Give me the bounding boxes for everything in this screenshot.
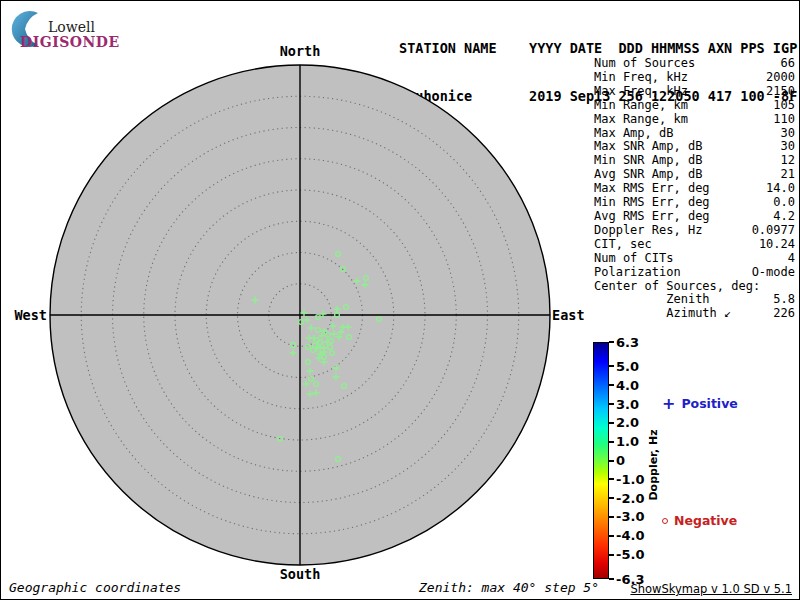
compass-label-south: South [250, 566, 350, 582]
stat-label: Min SNR Amp, dB [594, 154, 702, 168]
stat-label: Num of Sources [594, 57, 695, 71]
stat-row: Avg SNR Amp, dB21 [594, 168, 795, 182]
colorbar-tick-label: -4.0 [616, 529, 644, 542]
coordinates-caption: Geographic coordinates [9, 580, 181, 595]
colorbar-tick-label: 0 [616, 454, 625, 467]
stat-value: 0.0977 [752, 224, 795, 238]
stat-label: Max SNR Amp, dB [594, 140, 702, 154]
colorbar-tick-mark [609, 365, 614, 367]
stat-value: 2000 [766, 71, 795, 85]
stat-label: Max Freq, kHz [594, 85, 688, 99]
stat-row: Max RMS Err, deg14.0 [594, 182, 795, 196]
stat-label: Max Amp, dB [594, 127, 673, 141]
stats-panel: Num of Sources66Min Freq, kHz2000Max Fre… [594, 57, 795, 321]
colorbar-tick-mark [609, 441, 614, 443]
compass-label-west: West [5, 307, 47, 323]
stat-value: O-mode [752, 266, 795, 280]
stat-value: 10.24 [759, 238, 795, 252]
station-header-labels: STATION NAME YYYY DATE DDD HHMMSS AXN PP… [399, 40, 797, 56]
software-version-caption: ShowSkymap v 1.0 SD v 5.1 [630, 582, 792, 596]
stat-row: Max Amp, dB30 [594, 127, 795, 141]
colorbar-tick-label: 2.0 [616, 416, 639, 429]
stat-row: Zenith5.8 [594, 293, 795, 307]
stat-value: 4.2 [773, 210, 795, 224]
colorbar-tick-mark [609, 422, 614, 424]
stat-row: PolarizationO-mode [594, 266, 795, 280]
colorbar-title: Doppler, Hz [647, 429, 660, 500]
stat-row: Max SNR Amp, dB30 [594, 140, 795, 154]
lowell-digisonde-logo: Lowell DIGISONDE [11, 8, 131, 50]
colorbar-tick-label: 3.0 [616, 398, 639, 411]
stat-label: Zenith [594, 293, 710, 307]
colorbar-tick-mark [609, 578, 614, 580]
stat-label: Max RMS Err, deg [594, 182, 710, 196]
colorbar-tick-mark [609, 460, 614, 462]
legend-positive: + Positive [662, 396, 738, 411]
stat-row: Min RMS Err, deg0.0 [594, 196, 795, 210]
colorbar-tick-mark [609, 554, 614, 556]
stat-value: 0.0 [773, 196, 795, 210]
stat-label: Azimuth ↙ [594, 307, 731, 321]
plus-marker-icon: + [662, 398, 675, 410]
stat-label: Num of CITs [594, 252, 673, 266]
colorbar-tick-label: -5.0 [616, 548, 644, 561]
stat-label: Max Range, km [594, 113, 688, 127]
stat-label: Avg RMS Err, deg [594, 210, 710, 224]
colorbar-tick-mark [609, 535, 614, 537]
stat-row: Max Range, km110 [594, 113, 795, 127]
legend-positive-label: Positive [681, 396, 737, 411]
circle-marker-icon [662, 518, 668, 524]
stat-value: 105 [773, 99, 795, 113]
stat-label: Center of Sources, deg: [594, 280, 760, 294]
colorbar-tick-label: 5.0 [616, 360, 639, 373]
stat-label: CIT, sec [594, 238, 652, 252]
stat-value: 226 [773, 307, 795, 321]
colorbar-tick-mark [609, 478, 614, 480]
colorbar-tick-label: 6.3 [616, 336, 639, 349]
stat-row: Center of Sources, deg: [594, 280, 795, 294]
app-window: Lowell DIGISONDE STATION NAME YYYY DATE … [0, 0, 800, 600]
stat-value: 5.8 [773, 293, 795, 307]
stat-row: CIT, sec10.24 [594, 238, 795, 252]
colorbar-tick-mark [609, 341, 614, 343]
colorbar-tick-mark [609, 516, 614, 518]
legend-negative: Negative [662, 513, 737, 528]
zenith-scale-caption: Zenith: max 40° step 5° [419, 580, 599, 595]
stat-row: Min Freq, kHz2000 [594, 71, 795, 85]
legend-negative-label: Negative [674, 513, 737, 528]
colorbar-tick-label: -3.0 [616, 510, 644, 523]
stat-value: 66 [781, 57, 795, 71]
stat-value: 12 [781, 154, 795, 168]
stat-value: 110 [773, 113, 795, 127]
colorbar-tick-label: -1.0 [616, 473, 644, 486]
colorbar-tick-label: 1.0 [616, 435, 639, 448]
stat-row: Min SNR Amp, dB12 [594, 154, 795, 168]
colorbar-tick-mark [609, 403, 614, 405]
stat-row: Num of CITs4 [594, 252, 795, 266]
stat-label: Doppler Res, Hz [594, 224, 702, 238]
compass-label-north: North [250, 43, 350, 59]
skymap-plot [48, 63, 552, 567]
stat-row: Max Freq, kHz2150 [594, 85, 795, 99]
colorbar-tick-mark [609, 384, 614, 386]
stat-label: Avg SNR Amp, dB [594, 168, 702, 182]
stat-label: Min RMS Err, deg [594, 196, 710, 210]
logo-text-lowell: Lowell [48, 19, 95, 35]
colorbar-tick-label: -2.0 [616, 492, 644, 505]
stat-value: 30 [781, 140, 795, 154]
stat-value: 14.0 [766, 182, 795, 196]
stat-row: Doppler Res, Hz0.0977 [594, 224, 795, 238]
doppler-colorbar [593, 342, 609, 579]
stat-row: Num of Sources66 [594, 57, 795, 71]
stat-label: Min Freq, kHz [594, 71, 688, 85]
stat-value: 30 [781, 127, 795, 141]
stat-row: Avg RMS Err, deg4.2 [594, 210, 795, 224]
colorbar-tick-mark [609, 497, 614, 499]
stat-value: 21 [781, 168, 795, 182]
stat-row: Azimuth ↙226 [594, 307, 795, 321]
stat-row: Min Range, km105 [594, 99, 795, 113]
stat-value: 4 [788, 252, 795, 266]
stat-label: Polarization [594, 266, 681, 280]
colorbar-tick-label: 4.0 [616, 379, 639, 392]
logo-text-digisonde: DIGISONDE [20, 34, 120, 50]
